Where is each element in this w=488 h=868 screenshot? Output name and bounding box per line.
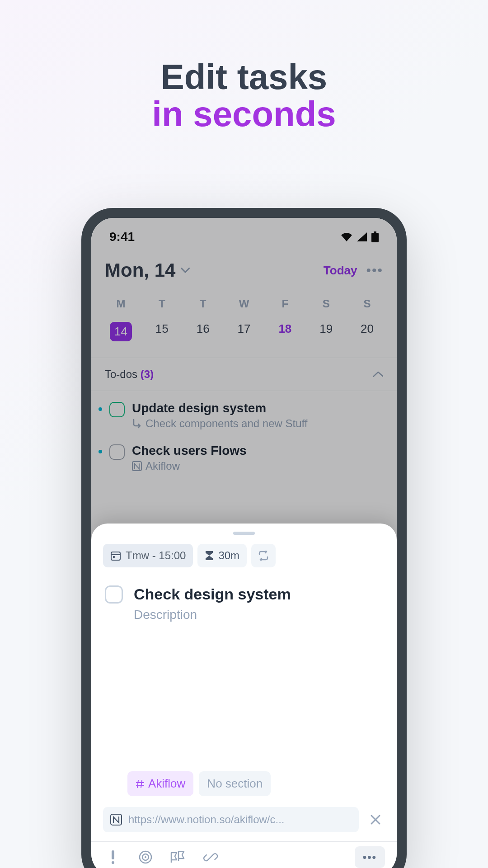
edit-checkbox[interactable] [105, 585, 123, 604]
more-button[interactable]: ••• [355, 846, 385, 868]
flag-button[interactable] [168, 847, 188, 867]
duration-chip-label: 30m [218, 549, 239, 562]
notion-icon [110, 814, 122, 826]
svg-rect-7 [112, 850, 114, 859]
svg-point-11 [145, 856, 146, 858]
repeat-chip[interactable] [251, 544, 276, 567]
headline-line2: in seconds [0, 96, 488, 133]
date-chip-label: Tmw - 15:00 [126, 549, 186, 562]
svg-rect-5 [113, 556, 115, 558]
phone-mockup: 9:41 Mon, 14 Today ••• [81, 208, 407, 868]
repeat-icon [258, 551, 269, 561]
project-tag-label: Akiflow [148, 777, 185, 791]
duration-chip[interactable]: 30m [197, 544, 247, 567]
hash-icon [136, 779, 145, 788]
headline-line1: Edit tasks [161, 57, 327, 97]
task-edit-sheet: Tmw - 15:00 30m Check design system Desc… [91, 524, 397, 868]
attachment-url-text: https://www.notion.so/akiflow/c... [128, 813, 284, 826]
marketing-headline: Edit tasks in seconds [0, 0, 488, 133]
date-chip[interactable]: Tmw - 15:00 [103, 544, 193, 567]
target-button[interactable] [136, 847, 155, 867]
svg-point-8 [112, 861, 114, 864]
task-description-input[interactable]: Description [134, 608, 383, 622]
attachment-url[interactable]: https://www.notion.so/akiflow/c... [103, 807, 359, 832]
link-icon [203, 850, 218, 864]
editor-toolbar: ••• [91, 841, 397, 868]
svg-rect-3 [111, 552, 120, 560]
remove-attachment-button[interactable] [366, 810, 385, 829]
flags-icon [170, 851, 186, 863]
link-button[interactable] [201, 847, 221, 867]
priority-button[interactable] [103, 847, 123, 867]
priority-icon [112, 850, 114, 864]
project-tag[interactable]: Akiflow [127, 771, 193, 796]
hourglass-icon [205, 550, 214, 561]
sheet-handle[interactable] [233, 532, 255, 535]
calendar-icon [110, 550, 121, 561]
target-icon [139, 850, 152, 864]
task-title-input[interactable]: Check design system [134, 585, 383, 603]
section-tag[interactable]: No section [199, 771, 271, 796]
close-icon [370, 814, 381, 826]
section-tag-label: No section [207, 777, 263, 791]
